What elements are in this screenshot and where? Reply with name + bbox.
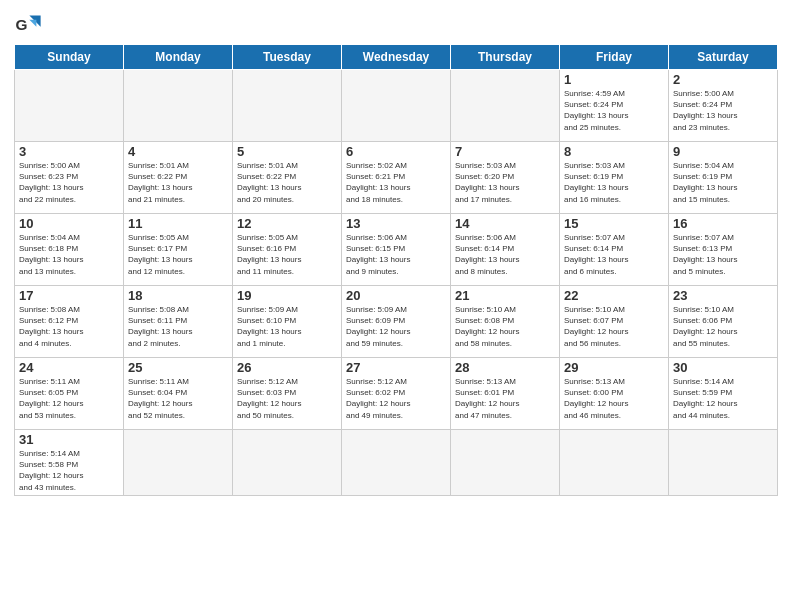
- week-row-3: 17Sunrise: 5:08 AM Sunset: 6:12 PM Dayli…: [15, 286, 778, 358]
- calendar-cell: 9Sunrise: 5:04 AM Sunset: 6:19 PM Daylig…: [669, 142, 778, 214]
- day-number: 24: [19, 360, 119, 375]
- calendar-cell: 25Sunrise: 5:11 AM Sunset: 6:04 PM Dayli…: [124, 358, 233, 430]
- calendar-cell: [342, 70, 451, 142]
- day-header-tuesday: Tuesday: [233, 45, 342, 70]
- week-row-4: 24Sunrise: 5:11 AM Sunset: 6:05 PM Dayli…: [15, 358, 778, 430]
- day-number: 31: [19, 432, 119, 447]
- week-row-2: 10Sunrise: 5:04 AM Sunset: 6:18 PM Dayli…: [15, 214, 778, 286]
- logo: G: [14, 10, 46, 38]
- day-number: 16: [673, 216, 773, 231]
- day-number: 21: [455, 288, 555, 303]
- calendar-cell: [15, 70, 124, 142]
- day-number: 19: [237, 288, 337, 303]
- svg-marker-2: [29, 20, 36, 27]
- day-info: Sunrise: 5:03 AM Sunset: 6:20 PM Dayligh…: [455, 160, 555, 205]
- calendar-cell: 4Sunrise: 5:01 AM Sunset: 6:22 PM Daylig…: [124, 142, 233, 214]
- calendar-cell: 7Sunrise: 5:03 AM Sunset: 6:20 PM Daylig…: [451, 142, 560, 214]
- day-number: 22: [564, 288, 664, 303]
- calendar-cell: 15Sunrise: 5:07 AM Sunset: 6:14 PM Dayli…: [560, 214, 669, 286]
- day-info: Sunrise: 5:08 AM Sunset: 6:12 PM Dayligh…: [19, 304, 119, 349]
- calendar-cell: [451, 70, 560, 142]
- day-info: Sunrise: 5:03 AM Sunset: 6:19 PM Dayligh…: [564, 160, 664, 205]
- calendar-cell: 17Sunrise: 5:08 AM Sunset: 6:12 PM Dayli…: [15, 286, 124, 358]
- day-number: 20: [346, 288, 446, 303]
- day-number: 29: [564, 360, 664, 375]
- day-info: Sunrise: 5:00 AM Sunset: 6:24 PM Dayligh…: [673, 88, 773, 133]
- calendar-cell: [124, 430, 233, 496]
- day-info: Sunrise: 5:04 AM Sunset: 6:18 PM Dayligh…: [19, 232, 119, 277]
- calendar-cell: [124, 70, 233, 142]
- day-number: 18: [128, 288, 228, 303]
- logo-icon: G: [14, 10, 42, 38]
- header: G: [14, 10, 778, 38]
- calendar-cell: 20Sunrise: 5:09 AM Sunset: 6:09 PM Dayli…: [342, 286, 451, 358]
- day-info: Sunrise: 5:08 AM Sunset: 6:11 PM Dayligh…: [128, 304, 228, 349]
- day-info: Sunrise: 5:09 AM Sunset: 6:10 PM Dayligh…: [237, 304, 337, 349]
- calendar-body: 1Sunrise: 4:59 AM Sunset: 6:24 PM Daylig…: [15, 70, 778, 496]
- day-number: 5: [237, 144, 337, 159]
- calendar-cell: 29Sunrise: 5:13 AM Sunset: 6:00 PM Dayli…: [560, 358, 669, 430]
- day-number: 27: [346, 360, 446, 375]
- calendar-cell: 12Sunrise: 5:05 AM Sunset: 6:16 PM Dayli…: [233, 214, 342, 286]
- day-number: 10: [19, 216, 119, 231]
- day-header-monday: Monday: [124, 45, 233, 70]
- calendar-cell: 3Sunrise: 5:00 AM Sunset: 6:23 PM Daylig…: [15, 142, 124, 214]
- calendar-cell: 1Sunrise: 4:59 AM Sunset: 6:24 PM Daylig…: [560, 70, 669, 142]
- day-number: 6: [346, 144, 446, 159]
- calendar-cell: [560, 430, 669, 496]
- calendar-cell: 10Sunrise: 5:04 AM Sunset: 6:18 PM Dayli…: [15, 214, 124, 286]
- day-number: 15: [564, 216, 664, 231]
- week-row-5: 31Sunrise: 5:14 AM Sunset: 5:58 PM Dayli…: [15, 430, 778, 496]
- day-info: Sunrise: 5:05 AM Sunset: 6:17 PM Dayligh…: [128, 232, 228, 277]
- day-info: Sunrise: 5:07 AM Sunset: 6:13 PM Dayligh…: [673, 232, 773, 277]
- calendar-header-row: SundayMondayTuesdayWednesdayThursdayFrid…: [15, 45, 778, 70]
- calendar-cell: 24Sunrise: 5:11 AM Sunset: 6:05 PM Dayli…: [15, 358, 124, 430]
- day-number: 14: [455, 216, 555, 231]
- calendar-cell: 21Sunrise: 5:10 AM Sunset: 6:08 PM Dayli…: [451, 286, 560, 358]
- day-number: 30: [673, 360, 773, 375]
- day-info: Sunrise: 5:05 AM Sunset: 6:16 PM Dayligh…: [237, 232, 337, 277]
- day-info: Sunrise: 5:13 AM Sunset: 6:00 PM Dayligh…: [564, 376, 664, 421]
- day-header-wednesday: Wednesday: [342, 45, 451, 70]
- day-info: Sunrise: 5:14 AM Sunset: 5:58 PM Dayligh…: [19, 448, 119, 493]
- day-number: 9: [673, 144, 773, 159]
- day-info: Sunrise: 5:13 AM Sunset: 6:01 PM Dayligh…: [455, 376, 555, 421]
- day-info: Sunrise: 5:10 AM Sunset: 6:08 PM Dayligh…: [455, 304, 555, 349]
- calendar-cell: 28Sunrise: 5:13 AM Sunset: 6:01 PM Dayli…: [451, 358, 560, 430]
- calendar-cell: 22Sunrise: 5:10 AM Sunset: 6:07 PM Dayli…: [560, 286, 669, 358]
- calendar-cell: 23Sunrise: 5:10 AM Sunset: 6:06 PM Dayli…: [669, 286, 778, 358]
- calendar-cell: 11Sunrise: 5:05 AM Sunset: 6:17 PM Dayli…: [124, 214, 233, 286]
- day-info: Sunrise: 5:10 AM Sunset: 6:06 PM Dayligh…: [673, 304, 773, 349]
- day-number: 1: [564, 72, 664, 87]
- calendar-cell: 31Sunrise: 5:14 AM Sunset: 5:58 PM Dayli…: [15, 430, 124, 496]
- day-info: Sunrise: 5:14 AM Sunset: 5:59 PM Dayligh…: [673, 376, 773, 421]
- week-row-1: 3Sunrise: 5:00 AM Sunset: 6:23 PM Daylig…: [15, 142, 778, 214]
- day-number: 28: [455, 360, 555, 375]
- day-number: 13: [346, 216, 446, 231]
- day-info: Sunrise: 5:01 AM Sunset: 6:22 PM Dayligh…: [237, 160, 337, 205]
- day-header-saturday: Saturday: [669, 45, 778, 70]
- day-info: Sunrise: 5:12 AM Sunset: 6:02 PM Dayligh…: [346, 376, 446, 421]
- calendar-cell: 6Sunrise: 5:02 AM Sunset: 6:21 PM Daylig…: [342, 142, 451, 214]
- calendar-cell: 18Sunrise: 5:08 AM Sunset: 6:11 PM Dayli…: [124, 286, 233, 358]
- day-info: Sunrise: 4:59 AM Sunset: 6:24 PM Dayligh…: [564, 88, 664, 133]
- day-info: Sunrise: 5:07 AM Sunset: 6:14 PM Dayligh…: [564, 232, 664, 277]
- day-info: Sunrise: 5:11 AM Sunset: 6:04 PM Dayligh…: [128, 376, 228, 421]
- day-info: Sunrise: 5:12 AM Sunset: 6:03 PM Dayligh…: [237, 376, 337, 421]
- week-row-0: 1Sunrise: 4:59 AM Sunset: 6:24 PM Daylig…: [15, 70, 778, 142]
- day-info: Sunrise: 5:09 AM Sunset: 6:09 PM Dayligh…: [346, 304, 446, 349]
- day-number: 4: [128, 144, 228, 159]
- calendar-cell: 2Sunrise: 5:00 AM Sunset: 6:24 PM Daylig…: [669, 70, 778, 142]
- calendar-cell: 5Sunrise: 5:01 AM Sunset: 6:22 PM Daylig…: [233, 142, 342, 214]
- calendar-cell: 27Sunrise: 5:12 AM Sunset: 6:02 PM Dayli…: [342, 358, 451, 430]
- calendar-cell: 14Sunrise: 5:06 AM Sunset: 6:14 PM Dayli…: [451, 214, 560, 286]
- day-info: Sunrise: 5:02 AM Sunset: 6:21 PM Dayligh…: [346, 160, 446, 205]
- calendar-cell: 16Sunrise: 5:07 AM Sunset: 6:13 PM Dayli…: [669, 214, 778, 286]
- day-header-sunday: Sunday: [15, 45, 124, 70]
- day-number: 23: [673, 288, 773, 303]
- day-info: Sunrise: 5:06 AM Sunset: 6:14 PM Dayligh…: [455, 232, 555, 277]
- day-header-friday: Friday: [560, 45, 669, 70]
- day-number: 17: [19, 288, 119, 303]
- svg-text:G: G: [15, 16, 27, 33]
- day-info: Sunrise: 5:04 AM Sunset: 6:19 PM Dayligh…: [673, 160, 773, 205]
